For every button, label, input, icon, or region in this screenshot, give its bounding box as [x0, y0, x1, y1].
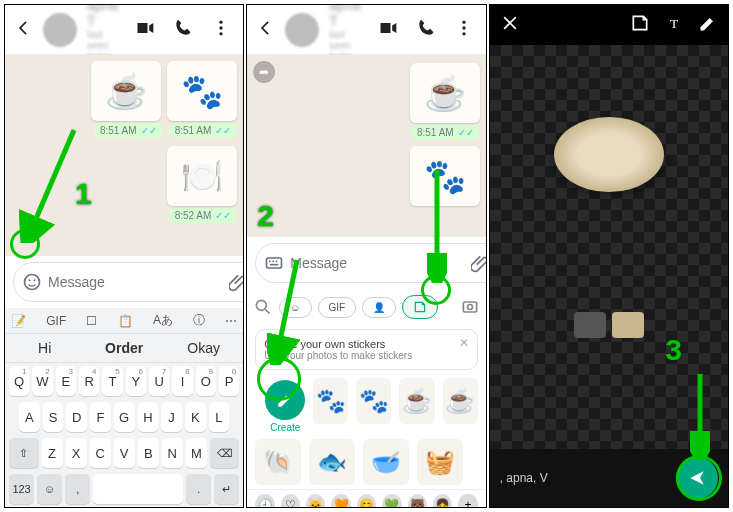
sticker-tool-icon[interactable] [630, 13, 650, 37]
sticker-thumb[interactable]: 🐾 [356, 378, 391, 424]
tab-avatar[interactable]: 👤 [362, 297, 396, 318]
key-o[interactable]: O9 [196, 366, 216, 396]
video-call-icon[interactable] [374, 14, 402, 46]
sticker-message[interactable]: ☕ [410, 63, 480, 123]
sticker-pack[interactable]: 😊 [357, 494, 376, 508]
sticker-message[interactable]: ☕ [91, 61, 161, 121]
key-p[interactable]: P0 [219, 366, 239, 396]
sticker-preview[interactable] [554, 117, 664, 192]
key-b[interactable]: B [138, 438, 159, 468]
key-g[interactable]: G [114, 402, 135, 432]
key-f[interactable]: F [90, 402, 111, 432]
key-l[interactable]: L [209, 402, 230, 432]
kb-sticker-icon[interactable]: ☐ [86, 314, 97, 328]
sticker-pack[interactable]: 🧡 [331, 494, 350, 508]
close-icon[interactable]: ✕ [459, 336, 469, 350]
send-button[interactable] [676, 457, 718, 499]
key-emoji[interactable]: ☺ [37, 474, 62, 504]
sticker-pack[interactable]: 👧 [433, 494, 452, 508]
contact-meta[interactable]: apna T last seen today [87, 4, 121, 62]
key-e[interactable]: E3 [56, 366, 76, 396]
key-u[interactable]: U7 [149, 366, 169, 396]
emoji-icon[interactable] [22, 272, 42, 292]
key-period[interactable]: . [186, 474, 211, 504]
key-s[interactable]: S [43, 402, 64, 432]
keyboard-icon[interactable] [264, 253, 284, 273]
key-x[interactable]: X [66, 438, 87, 468]
recipient-chip[interactable]: , apna, V [500, 471, 668, 485]
key-h[interactable]: H [138, 402, 159, 432]
sticker-message[interactable]: 🐾 [167, 61, 237, 121]
sticker-thumb[interactable]: 🐟 [309, 439, 355, 485]
key-c[interactable]: C [90, 438, 111, 468]
key-comma[interactable]: , [65, 474, 90, 504]
contact-avatar[interactable] [43, 13, 77, 47]
tab-sticker[interactable] [402, 295, 438, 319]
editor-thumb[interactable] [612, 312, 644, 338]
key-space[interactable] [93, 474, 183, 504]
attach-icon[interactable] [229, 272, 244, 292]
key-m[interactable]: M [186, 438, 207, 468]
key-w[interactable]: W2 [32, 366, 52, 396]
sticker-message[interactable]: 🐾 [410, 146, 480, 206]
key-a[interactable]: A [19, 402, 40, 432]
key-k[interactable]: K [185, 402, 206, 432]
key-q[interactable]: Q1 [9, 366, 29, 396]
tab-gif[interactable]: GIF [318, 297, 357, 318]
kb-more-icon[interactable]: ⋯ [225, 314, 237, 328]
voice-call-icon[interactable] [412, 14, 440, 46]
draw-tool-icon[interactable] [698, 13, 718, 37]
sticker-thumb[interactable]: 🧺 [417, 439, 463, 485]
kb-lang-icon[interactable]: Aあ [153, 312, 173, 329]
kb-suggestion[interactable]: Okay [164, 334, 243, 362]
kb-memo-icon[interactable]: 📝 [11, 314, 26, 328]
sticker-thumb[interactable]: 🐾 [313, 378, 348, 424]
key-r[interactable]: R4 [79, 366, 99, 396]
kb-clipboard-icon[interactable]: 📋 [118, 314, 133, 328]
add-pack-icon[interactable]: + [458, 494, 477, 508]
attach-icon[interactable] [471, 253, 486, 273]
sticker-thumb[interactable]: 🐚 [255, 439, 301, 485]
kb-settings-icon[interactable]: ⓘ [193, 312, 205, 329]
chat-body[interactable]: ☕ 🐾 8:51 AM✓✓ 8:51 AM✓✓ 🍽️ 8:52 AM✓✓ [5, 55, 243, 256]
sticker-message[interactable]: 🍽️ [167, 146, 237, 206]
sticker-pack[interactable]: 💚 [382, 494, 401, 508]
key-n[interactable]: N [162, 438, 183, 468]
text-tool-icon[interactable]: T [664, 13, 684, 37]
chat-body[interactable]: ➦ ☕ 8:51 AM✓✓ 🐾 [247, 55, 485, 237]
key-y[interactable]: Y6 [126, 366, 146, 396]
favorites-icon[interactable]: ♡ [281, 494, 300, 508]
key-shift[interactable]: ⇧ [9, 438, 38, 468]
sticker-thumb[interactable]: 🥣 [363, 439, 409, 485]
more-icon[interactable] [450, 14, 478, 46]
sticker-pack[interactable]: 🐻 [408, 494, 427, 508]
editor-thumb[interactable] [574, 312, 606, 338]
key-symbols[interactable]: 123 [9, 474, 34, 504]
message-input[interactable] [290, 255, 465, 271]
kb-suggestion[interactable]: Order [84, 334, 163, 362]
sticker-thumb[interactable]: ☕ [399, 378, 434, 424]
key-t[interactable]: T5 [102, 366, 122, 396]
forward-icon[interactable]: ➦ [253, 61, 275, 83]
contact-avatar[interactable] [285, 13, 319, 47]
kb-gif-icon[interactable]: GIF [46, 314, 66, 328]
video-call-icon[interactable] [131, 14, 159, 46]
key-i[interactable]: I8 [172, 366, 192, 396]
contact-meta[interactable]: apna T last seen today [329, 4, 363, 62]
key-j[interactable]: J [161, 402, 182, 432]
message-input[interactable] [48, 274, 223, 290]
search-icon[interactable] [253, 297, 273, 317]
close-icon[interactable] [500, 13, 520, 37]
sticker-camera-icon[interactable] [460, 297, 480, 317]
back-icon[interactable] [255, 18, 275, 42]
kb-suggestion[interactable]: Hi [5, 334, 84, 362]
voice-call-icon[interactable] [169, 14, 197, 46]
recents-icon[interactable]: 🕘 [255, 494, 274, 508]
more-icon[interactable] [207, 14, 235, 46]
create-sticker-button[interactable]: Create [265, 380, 305, 433]
sticker-pack[interactable]: 🐱 [306, 494, 325, 508]
editor-canvas[interactable] [490, 45, 728, 449]
key-backspace[interactable]: ⌫ [210, 438, 239, 468]
key-v[interactable]: V [114, 438, 135, 468]
key-z[interactable]: Z [42, 438, 63, 468]
